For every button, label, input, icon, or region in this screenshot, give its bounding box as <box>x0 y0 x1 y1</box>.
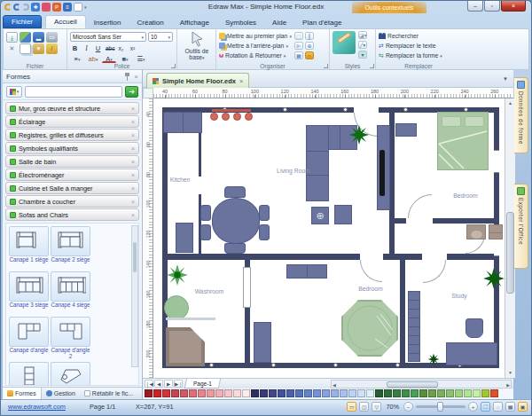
category-close-icon[interactable]: × <box>131 199 135 205</box>
category-close-icon[interactable]: × <box>131 172 135 178</box>
panel-close-icon[interactable]: × <box>134 73 138 81</box>
dining-chair[interactable] <box>259 224 270 240</box>
color-swatch[interactable] <box>437 389 445 397</box>
dining-chair[interactable] <box>200 205 211 221</box>
rotate-flip-button[interactable]: Rotation & Retourner▾ <box>219 51 292 60</box>
save-icon[interactable]: ▂ <box>33 32 44 43</box>
kitchen-cabinet[interactable] <box>163 112 202 133</box>
grid-view-button[interactable]: ▦ <box>505 402 515 412</box>
category-symboles-qualifiants[interactable]: Symboles qualifiants× <box>5 142 139 154</box>
shape-canap-4-si-ge[interactable]: Canapé 4 siège <box>51 271 90 315</box>
tab-fichier[interactable]: Fichier <box>3 15 42 28</box>
color-swatch[interactable] <box>357 389 365 397</box>
print-icon[interactable]: ▭ <box>46 32 58 43</box>
paste-icon[interactable]: ▾ <box>33 43 44 54</box>
last-page-button[interactable]: ▶❘ <box>174 380 183 388</box>
fill-style-icon[interactable]: ◪▾ <box>358 31 367 39</box>
tv-screen[interactable] <box>379 150 385 196</box>
shape-search-input[interactable] <box>25 86 122 98</box>
shape-canap-d-angle[interactable]: Canapé d'angle <box>9 317 49 360</box>
color-swatch[interactable] <box>189 389 197 397</box>
color-swatch[interactable] <box>153 389 161 397</box>
font-name-combobox[interactable]: Microsoft Sans Ser▾ <box>70 32 146 42</box>
ceiling-lights[interactable] <box>208 109 256 127</box>
color-swatch[interactable] <box>402 389 410 397</box>
color-swatch[interactable] <box>313 389 321 397</box>
shape-canap-3-si-ge[interactable]: Canapé 3 siège <box>9 271 49 315</box>
tab-aide[interactable]: Aide <box>264 17 294 28</box>
color-swatch[interactable] <box>366 389 374 397</box>
copy-icon[interactable] <box>20 43 31 54</box>
pocket-door[interactable] <box>243 267 251 308</box>
desk-chair[interactable] <box>466 318 483 338</box>
color-swatch[interactable] <box>269 389 277 397</box>
dining-chair[interactable] <box>200 224 211 240</box>
coffee-table[interactable]: ⊕ <box>311 207 329 224</box>
tab-plan-d-tage[interactable]: Plan d'étage <box>294 17 349 28</box>
desk[interactable] <box>446 342 497 365</box>
normal-view-button[interactable]: ▭ <box>347 402 356 412</box>
category-close-icon[interactable]: × <box>131 106 135 112</box>
color-swatch[interactable] <box>384 389 392 397</box>
zoom-area-button[interactable]: ◌ <box>493 402 503 412</box>
tab-cr-ation[interactable]: Création <box>129 17 172 28</box>
color-swatch[interactable] <box>490 389 498 397</box>
scroll-right-icon[interactable]: ▶ <box>506 382 510 388</box>
shape-data-tab[interactable]: Données de forme <box>514 77 528 153</box>
window-right-1[interactable] <box>494 150 499 173</box>
dining-chair[interactable] <box>224 186 246 198</box>
distribute-icon[interactable]: ▦ <box>294 51 303 59</box>
category-close-icon[interactable]: × <box>131 185 135 192</box>
tab-formes[interactable]: Formes <box>3 388 42 399</box>
category-close-icon[interactable]: × <box>131 119 135 125</box>
line-spacing-button[interactable]: ≡▾ <box>70 53 84 63</box>
fit-to-window-button[interactable]: ⛶ <box>481 402 490 412</box>
color-swatch[interactable] <box>331 389 339 397</box>
center-icon[interactable]: ⊕ <box>305 42 314 50</box>
document-tab[interactable]: Simple Home Floor.edx × <box>146 73 249 88</box>
category-close-icon[interactable]: × <box>131 212 135 218</box>
replace-text-button[interactable]: ⇄Remplacer le texte <box>379 41 458 51</box>
next-page-button[interactable]: ▶ <box>164 380 173 388</box>
bedroom2-door[interactable] <box>360 260 382 282</box>
presentation-view-button[interactable]: ▽ <box>372 402 381 412</box>
color-swatch[interactable] <box>455 389 463 397</box>
color-swatch[interactable] <box>295 389 303 397</box>
maximize-button[interactable]: ▫ <box>484 1 500 12</box>
minimize-button[interactable]: – <box>467 1 483 12</box>
zoom-slider-thumb[interactable] <box>437 402 443 412</box>
italic-button[interactable]: I <box>82 43 91 52</box>
color-swatch[interactable] <box>233 389 241 397</box>
theme-brush-button[interactable] <box>332 31 356 54</box>
dining-chair[interactable] <box>224 243 246 254</box>
color-swatch[interactable] <box>348 389 356 397</box>
basic-tools-button[interactable]: Outils de base▾ <box>180 31 214 60</box>
close-button[interactable]: × <box>501 1 526 12</box>
category-close-icon[interactable]: × <box>131 132 135 138</box>
color-swatch[interactable] <box>162 389 170 397</box>
search-go-button[interactable]: ➔ <box>125 86 138 98</box>
page-view-button[interactable]: ◫ <box>359 402 369 412</box>
shape-canap-1-si-ge[interactable]: Canapé 1 siège <box>9 226 49 270</box>
group-shapes-icon[interactable]: ⬚ <box>294 32 303 40</box>
export-office-tab[interactable]: Exporter l'Office <box>514 184 528 269</box>
bedroom2-dresser[interactable] <box>254 322 271 363</box>
tab-insertion[interactable]: Insertion <box>86 17 129 28</box>
category-sofas-and-chairs[interactable]: Sofas and Chairs× <box>5 208 139 221</box>
category--lectrom-nager[interactable]: Électroménager× <box>5 169 139 181</box>
wall-study[interactable] <box>400 260 405 363</box>
subscript-button[interactable]: x₂ <box>116 43 126 52</box>
shape-canap-[interactable]: Canapé <box>9 362 49 386</box>
color-swatch[interactable] <box>198 389 206 397</box>
kitchen-counter[interactable] <box>176 223 193 253</box>
wall-middle[interactable] <box>162 254 499 260</box>
color-swatch-icon[interactable]: ▾ <box>358 51 367 59</box>
category-close-icon[interactable]: × <box>131 159 135 165</box>
color-swatch[interactable] <box>242 389 250 397</box>
color-swatch[interactable] <box>260 389 268 397</box>
bold-button[interactable]: B <box>70 43 80 52</box>
zoom-out-button[interactable]: − <box>403 402 413 412</box>
horizontal-scroll-thumb[interactable] <box>387 381 438 388</box>
lock-icon[interactable]: ∩ <box>305 51 314 59</box>
color-swatch[interactable] <box>207 389 215 397</box>
